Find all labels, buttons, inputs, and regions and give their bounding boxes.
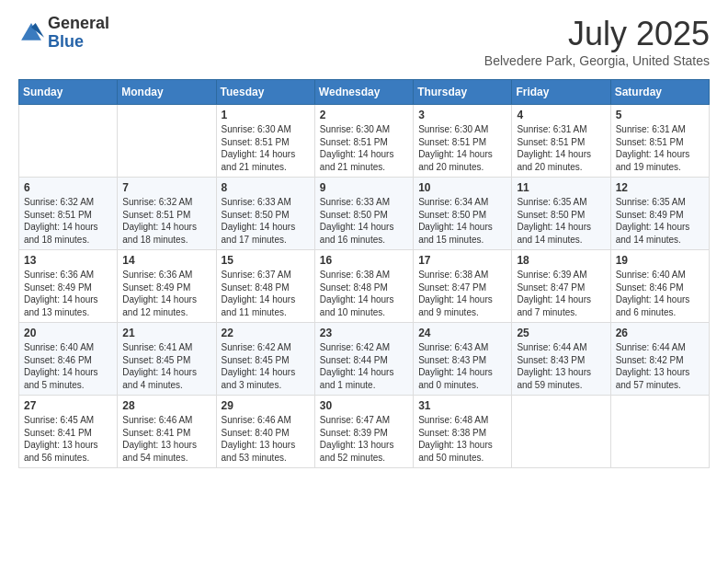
calendar-cell: 13Sunrise: 6:36 AMSunset: 8:49 PMDayligh… [19,250,118,323]
day-number: 23 [320,327,408,339]
weekday-header-thursday: Thursday [414,80,512,105]
day-number: 17 [418,254,506,267]
calendar-cell: 5Sunrise: 6:31 AMSunset: 8:51 PMDaylight… [610,105,709,178]
calendar-week-row: 6Sunrise: 6:32 AMSunset: 8:51 PMDaylight… [19,178,710,250]
day-number: 30 [320,399,408,412]
calendar-cell: 30Sunrise: 6:47 AMSunset: 8:39 PMDayligh… [314,396,413,468]
logo-icon [18,20,44,46]
cell-info: Sunrise: 6:46 AMSunset: 8:41 PMDaylight:… [122,415,197,463]
calendar-week-row: 1Sunrise: 6:30 AMSunset: 8:51 PMDaylight… [19,105,710,178]
cell-info: Sunrise: 6:30 AMSunset: 8:51 PMDaylight:… [320,124,394,172]
cell-info: Sunrise: 6:38 AMSunset: 8:47 PMDaylight:… [418,270,493,317]
calendar-cell: 21Sunrise: 6:41 AMSunset: 8:45 PMDayligh… [118,323,216,396]
page-header: General Blue July 2025 Belvedere Park, G… [18,15,710,68]
day-number: 3 [418,109,506,121]
calendar-cell: 31Sunrise: 6:48 AMSunset: 8:38 PMDayligh… [414,396,512,468]
calendar-cell: 11Sunrise: 6:35 AMSunset: 8:50 PMDayligh… [512,178,610,250]
day-number: 6 [24,181,112,194]
title-block: July 2025 Belvedere Park, Georgia, Unite… [484,15,710,68]
cell-info: Sunrise: 6:47 AMSunset: 8:39 PMDaylight:… [320,415,394,463]
cell-info: Sunrise: 6:40 AMSunset: 8:46 PMDaylight:… [616,270,690,317]
calendar-cell: 2Sunrise: 6:30 AMSunset: 8:51 PMDaylight… [314,105,413,178]
day-number: 16 [320,254,408,267]
cell-info: Sunrise: 6:40 AMSunset: 8:46 PMDaylight:… [24,342,98,390]
location-text: Belvedere Park, Georgia, United States [484,53,710,68]
day-number: 5 [616,109,704,121]
calendar-cell: 3Sunrise: 6:30 AMSunset: 8:51 PMDaylight… [414,105,512,178]
day-number: 1 [222,109,310,121]
calendar-cell: 23Sunrise: 6:42 AMSunset: 8:44 PMDayligh… [314,323,413,396]
cell-info: Sunrise: 6:48 AMSunset: 8:38 PMDaylight:… [418,415,493,463]
calendar-week-row: 20Sunrise: 6:40 AMSunset: 8:46 PMDayligh… [19,323,710,396]
cell-info: Sunrise: 6:42 AMSunset: 8:45 PMDaylight:… [222,342,296,390]
cell-info: Sunrise: 6:41 AMSunset: 8:45 PMDaylight:… [122,342,197,390]
weekday-header-friday: Friday [512,80,610,105]
calendar-table: SundayMondayTuesdayWednesdayThursdayFrid… [18,79,710,468]
cell-info: Sunrise: 6:36 AMSunset: 8:49 PMDaylight:… [24,270,98,317]
day-number: 9 [320,181,408,194]
day-number: 29 [222,399,310,412]
cell-info: Sunrise: 6:38 AMSunset: 8:48 PMDaylight:… [320,270,394,317]
cell-info: Sunrise: 6:34 AMSunset: 8:50 PMDaylight:… [418,197,493,245]
calendar-header-row: SundayMondayTuesdayWednesdayThursdayFrid… [19,80,710,105]
weekday-header-tuesday: Tuesday [216,80,314,105]
calendar-cell: 28Sunrise: 6:46 AMSunset: 8:41 PMDayligh… [118,396,216,468]
cell-info: Sunrise: 6:32 AMSunset: 8:51 PMDaylight:… [122,197,197,245]
calendar-cell: 12Sunrise: 6:35 AMSunset: 8:49 PMDayligh… [610,178,709,250]
day-number: 21 [122,327,210,339]
day-number: 20 [24,327,112,339]
month-title: July 2025 [484,15,710,53]
cell-info: Sunrise: 6:30 AMSunset: 8:51 PMDaylight:… [222,124,296,172]
day-number: 13 [24,254,112,267]
cell-info: Sunrise: 6:46 AMSunset: 8:40 PMDaylight:… [222,415,296,463]
calendar-cell: 22Sunrise: 6:42 AMSunset: 8:45 PMDayligh… [216,323,314,396]
calendar-cell: 8Sunrise: 6:33 AMSunset: 8:50 PMDaylight… [216,178,314,250]
day-number: 4 [517,109,605,121]
calendar-cell: 4Sunrise: 6:31 AMSunset: 8:51 PMDaylight… [512,105,610,178]
day-number: 15 [222,254,310,267]
cell-info: Sunrise: 6:39 AMSunset: 8:47 PMDaylight:… [517,270,591,317]
day-number: 28 [122,399,210,412]
day-number: 7 [122,181,210,194]
day-number: 10 [418,181,506,194]
calendar-cell [19,105,118,178]
cell-info: Sunrise: 6:44 AMSunset: 8:43 PMDaylight:… [517,342,591,390]
calendar-cell [610,396,709,468]
day-number: 18 [517,254,605,267]
calendar-cell: 7Sunrise: 6:32 AMSunset: 8:51 PMDaylight… [118,178,216,250]
calendar-cell: 15Sunrise: 6:37 AMSunset: 8:48 PMDayligh… [216,250,314,323]
cell-info: Sunrise: 6:31 AMSunset: 8:51 PMDaylight:… [616,124,690,172]
weekday-header-sunday: Sunday [19,80,118,105]
day-number: 11 [517,181,605,194]
calendar-cell: 24Sunrise: 6:43 AMSunset: 8:43 PMDayligh… [414,323,512,396]
day-number: 12 [616,181,704,194]
calendar-cell: 1Sunrise: 6:30 AMSunset: 8:51 PMDaylight… [216,105,314,178]
logo-blue-text: Blue [48,33,109,52]
calendar-cell: 16Sunrise: 6:38 AMSunset: 8:48 PMDayligh… [314,250,413,323]
cell-info: Sunrise: 6:42 AMSunset: 8:44 PMDaylight:… [320,342,394,390]
calendar-cell: 25Sunrise: 6:44 AMSunset: 8:43 PMDayligh… [512,323,610,396]
logo-text: General Blue [48,15,109,52]
day-number: 25 [517,327,605,339]
cell-info: Sunrise: 6:36 AMSunset: 8:49 PMDaylight:… [122,270,197,317]
cell-info: Sunrise: 6:32 AMSunset: 8:51 PMDaylight:… [24,197,98,245]
cell-info: Sunrise: 6:31 AMSunset: 8:51 PMDaylight:… [517,124,591,172]
cell-info: Sunrise: 6:35 AMSunset: 8:49 PMDaylight:… [616,197,690,245]
logo-general-text: General [48,15,109,33]
logo: General Blue [18,15,109,52]
weekday-header-saturday: Saturday [610,80,709,105]
weekday-header-monday: Monday [118,80,216,105]
day-number: 22 [222,327,310,339]
day-number: 14 [122,254,210,267]
day-number: 24 [418,327,506,339]
calendar-cell: 27Sunrise: 6:45 AMSunset: 8:41 PMDayligh… [19,396,118,468]
calendar-cell: 9Sunrise: 6:33 AMSunset: 8:50 PMDaylight… [314,178,413,250]
calendar-cell: 14Sunrise: 6:36 AMSunset: 8:49 PMDayligh… [118,250,216,323]
day-number: 8 [222,181,310,194]
cell-info: Sunrise: 6:35 AMSunset: 8:50 PMDaylight:… [517,197,591,245]
calendar-cell: 29Sunrise: 6:46 AMSunset: 8:40 PMDayligh… [216,396,314,468]
calendar-cell [118,105,216,178]
day-number: 19 [616,254,704,267]
cell-info: Sunrise: 6:33 AMSunset: 8:50 PMDaylight:… [222,197,296,245]
calendar-week-row: 27Sunrise: 6:45 AMSunset: 8:41 PMDayligh… [19,396,710,468]
